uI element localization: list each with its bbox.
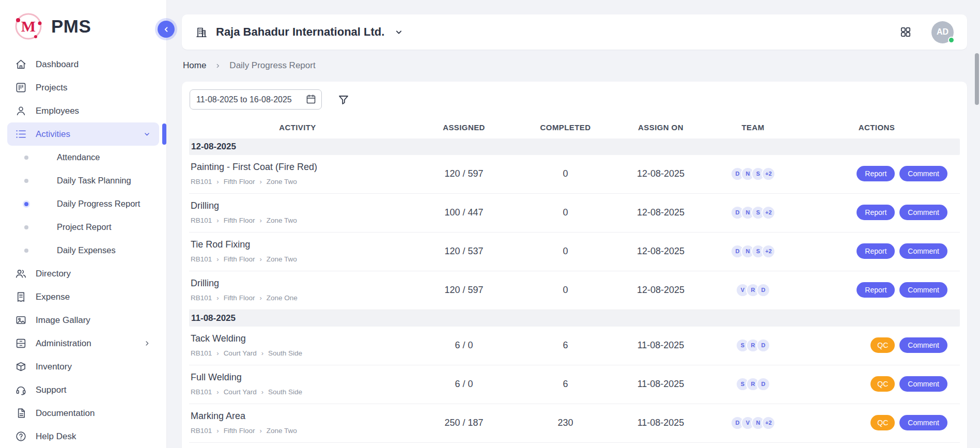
report-button[interactable]: Report — [857, 282, 895, 298]
sidebar-item-help-desk[interactable]: Help Desk — [7, 425, 159, 448]
comment-button[interactable]: Comment — [899, 415, 947, 430]
assign-on-value: 12-08-2025 — [609, 246, 712, 257]
actions-cell: ReportComment — [794, 166, 960, 181]
topbar-right: AD — [899, 21, 954, 43]
chevron-right-icon: › — [259, 256, 261, 262]
app-root: M PMS Dashboard Projects Employees — [0, 0, 980, 448]
content-card: ACTIVITY ASSIGNED COMPLETED ASSIGN ON TE… — [182, 82, 967, 448]
sidebar-item-projects[interactable]: Projects — [7, 76, 159, 99]
activity-cell: Marking AreaRB101›Fifth Floor›Zone Two — [189, 411, 406, 435]
company-selector[interactable]: Raja Bahadur International Ltd. — [195, 25, 404, 39]
sidebar-collapse-button[interactable] — [158, 21, 175, 38]
sidebar-subitem-daily-task-planning[interactable]: Daily Task Planning — [7, 169, 159, 192]
comment-button[interactable]: Comment — [899, 337, 947, 353]
sidebar-item-administration[interactable]: Administration — [7, 332, 159, 355]
sidebar-item-label: Inventory — [36, 362, 72, 372]
filter-row — [182, 89, 967, 110]
sidebar-subitem-label: Daily Expenses — [57, 245, 116, 255]
sidebar-item-activities[interactable]: Activities — [7, 122, 159, 146]
sidebar-item-label: Directory — [36, 269, 71, 279]
column-header-assign-on: ASSIGN ON — [609, 123, 712, 132]
team-avatar[interactable]: D — [756, 338, 770, 352]
sidebar: M PMS Dashboard Projects Employees — [0, 0, 167, 448]
sidebar-subitem-daily-progress-report[interactable]: Daily Progress Report — [7, 192, 159, 215]
qc-button[interactable]: QC — [870, 415, 895, 430]
sidebar-subitem-project-report[interactable]: Project Report — [7, 215, 159, 239]
activity-path: RB101›Court Yard›South Side — [191, 388, 406, 396]
path-segment: RB101 — [191, 427, 212, 435]
comment-button[interactable]: Comment — [899, 282, 947, 298]
activity-title: Tie Rod Fixing — [191, 239, 406, 250]
sidebar-item-image-gallary[interactable]: Image Gallary — [7, 308, 159, 332]
sidebar-item-expense[interactable]: Expense — [7, 285, 159, 308]
sidebar-subitem-daily-expenses[interactable]: Daily Expenses — [7, 239, 159, 262]
sidebar-item-label: Employees — [36, 106, 79, 116]
qc-button[interactable]: QC — [870, 376, 895, 392]
team-avatar-stack: DVN+2 — [730, 416, 775, 430]
comment-button[interactable]: Comment — [899, 376, 947, 392]
page-scrollbar[interactable] — [975, 53, 979, 105]
report-button[interactable]: Report — [857, 166, 895, 181]
assigned-value: 100 / 447 — [406, 207, 522, 218]
sidebar-item-inventory[interactable]: Inventory — [7, 355, 159, 378]
activity-title: Drilling — [191, 200, 406, 211]
date-range-input[interactable] — [190, 89, 322, 110]
assign-on-value: 12-08-2025 — [609, 207, 712, 218]
user-avatar[interactable]: AD — [931, 21, 954, 43]
path-segment: Fifth Floor — [224, 255, 255, 263]
report-button[interactable]: Report — [857, 205, 895, 220]
team-cell: DNS+2 — [712, 206, 794, 220]
group-date: 11-08-2025 — [191, 313, 236, 323]
comment-button[interactable]: Comment — [899, 205, 947, 220]
path-segment: RB101 — [191, 349, 212, 357]
chevron-right-icon: › — [216, 256, 219, 262]
table-row: DrillingRB101›Fifth Floor›Zone Two120 / … — [189, 443, 960, 448]
path-segment: RB101 — [191, 217, 212, 224]
sidebar-item-documentation[interactable]: Documentation — [7, 401, 159, 425]
qc-button[interactable]: QC — [870, 337, 895, 353]
path-segment: RB101 — [191, 294, 212, 302]
sidebar-item-directory[interactable]: Directory — [7, 262, 159, 285]
sidebar-item-label: Help Desk — [36, 431, 76, 442]
person-icon — [15, 105, 27, 117]
sidebar-subitem-label: Attendance — [57, 152, 100, 162]
apps-grid-icon[interactable] — [899, 26, 912, 38]
filter-funnel-icon[interactable] — [337, 94, 350, 106]
team-avatar[interactable]: D — [756, 377, 770, 391]
team-cell: DNS+2 — [712, 167, 794, 181]
activity-path: RB101›Fifth Floor›Zone One — [191, 294, 406, 302]
assign-on-value: 11-08-2025 — [609, 340, 712, 351]
chevron-right-icon — [214, 62, 222, 70]
sidebar-subitem-attendance[interactable]: Attendance — [7, 146, 159, 169]
sidebar-item-dashboard[interactable]: Dashboard — [7, 53, 159, 76]
chevron-right-icon: › — [259, 295, 261, 301]
chevron-right-icon: › — [216, 350, 219, 357]
chevron-right-icon: › — [261, 389, 263, 395]
team-avatar-stack: SRD — [736, 377, 770, 391]
column-header-activity: ACTIVITY — [189, 123, 406, 132]
completed-value: 0 — [522, 246, 609, 257]
breadcrumb-home-link[interactable]: Home — [183, 60, 206, 71]
sidebar-item-label: Image Gallary — [36, 315, 90, 326]
activity-path: RB101›Fifth Floor›Zone Two — [191, 178, 406, 186]
comment-button[interactable]: Comment — [899, 166, 947, 181]
table-row: DrillingRB101›Fifth Floor›Zone Two100 / … — [189, 194, 960, 233]
date-range-picker — [190, 89, 322, 110]
report-button[interactable]: Report — [857, 243, 895, 259]
team-extra-count[interactable]: +2 — [761, 167, 775, 181]
assigned-value: 250 / 187 — [406, 418, 522, 428]
actions-cell: ReportComment — [794, 282, 960, 298]
team-extra-count[interactable]: +2 — [761, 416, 775, 430]
activity-cell: DrillingRB101›Fifth Floor›Zone Two — [189, 200, 406, 224]
team-avatar[interactable]: D — [756, 283, 770, 297]
table-row: Tack WeldingRB101›Court Yard›South Side6… — [189, 327, 960, 365]
team-extra-count[interactable]: +2 — [761, 244, 775, 258]
chevron-right-icon: › — [259, 427, 261, 434]
sidebar-item-support[interactable]: Support — [7, 378, 159, 401]
bullet-icon — [24, 179, 28, 183]
sidebar-item-employees[interactable]: Employees — [7, 99, 159, 122]
assign-on-value: 11-08-2025 — [609, 418, 712, 428]
chevron-right-icon: › — [216, 217, 219, 224]
comment-button[interactable]: Comment — [899, 243, 947, 259]
team-extra-count[interactable]: +2 — [761, 206, 775, 220]
